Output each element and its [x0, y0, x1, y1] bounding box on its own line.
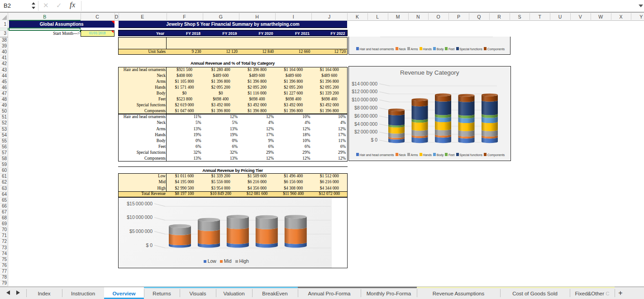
- svg-text:$10 000 000: $10 000 000: [352, 97, 377, 102]
- svg-text:$4 000 000: $4 000 000: [354, 121, 377, 127]
- svg-text:$ 0: $ 0: [371, 137, 377, 142]
- svg-text:$14 000 000: $14 000 000: [352, 81, 377, 86]
- svg-text:$10 000 000: $10 000 000: [127, 214, 153, 220]
- svg-text:$15 000 000: $15 000 000: [127, 201, 153, 206]
- svg-text:$ 0: $ 0: [146, 242, 153, 248]
- svg-text:$2 000 000: $2 000 000: [354, 129, 377, 134]
- svg-text:$8 000 000: $8 000 000: [354, 105, 377, 110]
- svg-text:$5 000 000: $5 000 000: [129, 228, 153, 234]
- svg-text:$12 000 000: $12 000 000: [352, 89, 377, 94]
- svg-text:$6 000 000: $6 000 000: [354, 113, 377, 119]
